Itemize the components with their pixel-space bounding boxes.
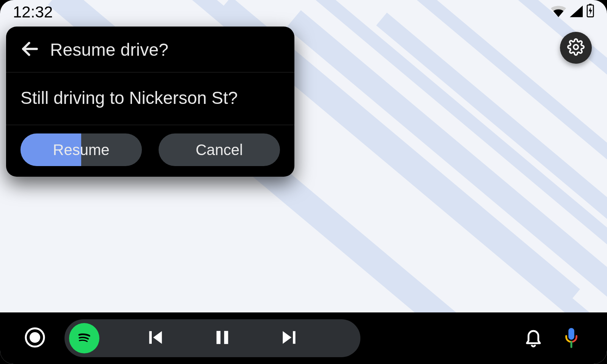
svg-rect-8 [224,331,228,344]
resume-button-label: Resume [53,141,110,158]
next-track-icon [280,328,299,348]
svg-point-5 [30,332,40,343]
svg-rect-1 [589,4,592,5]
wifi-icon [551,3,566,21]
pause-button[interactable] [212,328,233,349]
back-arrow-icon[interactable] [20,39,40,61]
gear-icon [567,38,585,57]
status-bar: 12:32 [0,0,607,24]
previous-track-icon [146,328,165,348]
svg-rect-7 [217,331,221,344]
cancel-button[interactable]: Cancel [159,133,280,166]
svg-rect-9 [293,331,296,344]
media-control-bar [64,319,360,357]
battery-charging-icon [587,3,594,21]
settings-button[interactable] [560,32,592,64]
resume-drive-dialog: Resume drive? Still driving to Nickerson… [6,27,294,177]
spotify-app-button[interactable] [69,323,99,353]
home-dot-icon [24,327,46,350]
status-clock: 12:32 [13,3,53,21]
cellular-icon [570,3,583,21]
dialog-message: Still driving to Nickerson St? [20,86,280,110]
notifications-button[interactable] [522,327,545,350]
svg-rect-6 [149,331,152,344]
resume-button[interactable]: Resume [20,133,142,166]
dialog-titlebar: Resume drive? [6,27,294,72]
screen: 12:32 [0,0,607,364]
bottom-bar [0,312,607,364]
dialog-actions: Resume Cancel [6,125,294,177]
next-track-button[interactable] [278,328,300,349]
dialog-title: Resume drive? [50,39,168,60]
dialog-body: Still driving to Nickerson St? [6,72,294,125]
previous-track-button[interactable] [145,328,166,349]
bell-icon [524,327,543,350]
svg-point-2 [574,45,578,49]
google-mic-icon [562,326,580,350]
spotify-icon [74,328,94,349]
cancel-button-label: Cancel [196,141,243,158]
google-assistant-button[interactable] [560,327,583,350]
pause-icon [214,328,231,348]
home-button[interactable] [24,328,46,349]
status-indicators [551,3,594,21]
